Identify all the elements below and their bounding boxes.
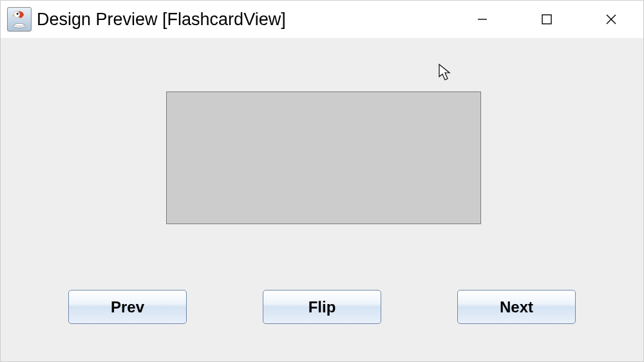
button-row: Prev Flip Next	[1, 290, 643, 324]
minimize-button[interactable]	[450, 3, 515, 35]
mouse-cursor-icon	[439, 64, 453, 82]
java-app-icon	[7, 7, 32, 32]
flashcard-panel	[166, 91, 481, 224]
close-button[interactable]	[579, 3, 643, 35]
svg-rect-5	[542, 15, 551, 24]
window-title: Design Preview [FlashcardView]	[37, 10, 450, 30]
flip-button[interactable]: Flip	[263, 290, 381, 324]
next-button[interactable]: Next	[457, 290, 576, 324]
window-controls	[450, 1, 643, 38]
svg-point-3	[17, 13, 19, 15]
client-area: Prev Flip Next	[1, 38, 643, 361]
titlebar: Design Preview [FlashcardView]	[1, 1, 643, 38]
maximize-button[interactable]	[515, 3, 579, 35]
prev-button[interactable]: Prev	[68, 290, 187, 324]
svg-point-1	[14, 23, 24, 26]
